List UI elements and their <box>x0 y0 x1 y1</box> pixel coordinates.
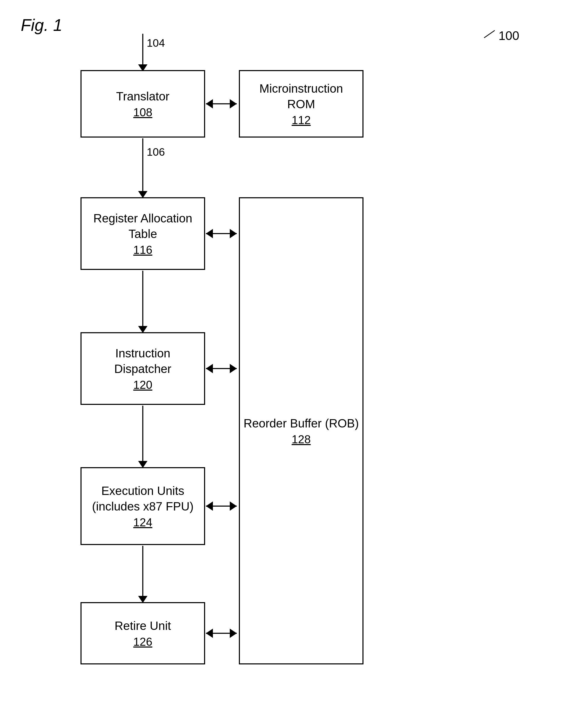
svg-marker-26 <box>230 629 237 638</box>
retire-unit-box: Retire Unit 126 <box>80 602 205 664</box>
execution-units-box: Execution Units (includes x87 FPU) 124 <box>80 467 205 545</box>
instruction-dispatcher-box: Instruction Dispatcher 120 <box>80 332 205 405</box>
reorder-buffer-ref: 128 <box>292 433 311 446</box>
reorder-buffer-box: Reorder Buffer (ROB) 128 <box>239 197 364 664</box>
svg-marker-10 <box>206 229 213 238</box>
svg-marker-25 <box>206 629 213 638</box>
svg-marker-7 <box>138 191 147 198</box>
retire-unit-ref: 126 <box>133 635 152 648</box>
execution-units-ref: 124 <box>133 516 152 529</box>
instruction-dispatcher-label: Instruction Dispatcher <box>114 346 171 377</box>
svg-text:104: 104 <box>147 37 165 49</box>
register-allocation-table-label: Register Allocation Table <box>81 211 204 242</box>
svg-marker-15 <box>206 364 213 373</box>
svg-text:106: 106 <box>147 146 165 158</box>
instruction-dispatcher-ref: 120 <box>133 378 152 391</box>
svg-marker-21 <box>230 501 237 511</box>
translator-ref: 108 <box>133 106 152 119</box>
ref-100-label: 100 <box>499 29 519 43</box>
svg-marker-5 <box>230 99 237 108</box>
reorder-buffer-label: Reorder Buffer (ROB) <box>243 416 359 431</box>
retire-unit-label: Retire Unit <box>114 618 171 634</box>
microinstruction-rom-label: Microinstruction ROM <box>259 81 343 112</box>
svg-marker-23 <box>138 596 147 603</box>
microinstruction-rom-box: Microinstruction ROM 112 <box>239 70 364 138</box>
svg-marker-13 <box>138 326 147 333</box>
register-allocation-table-box: Register Allocation Table 116 <box>80 197 205 270</box>
register-allocation-table-ref: 116 <box>133 243 152 256</box>
svg-marker-16 <box>230 364 237 373</box>
svg-marker-20 <box>206 501 213 511</box>
svg-marker-4 <box>206 99 213 108</box>
execution-units-label: Execution Units (includes x87 FPU) <box>92 483 193 514</box>
translator-label: Translator <box>116 89 169 104</box>
svg-marker-11 <box>230 229 237 238</box>
svg-marker-18 <box>138 461 147 468</box>
translator-box: Translator 108 <box>80 70 205 138</box>
figure-label: Fig. 1 <box>21 16 62 35</box>
microinstruction-rom-ref: 112 <box>292 114 311 127</box>
